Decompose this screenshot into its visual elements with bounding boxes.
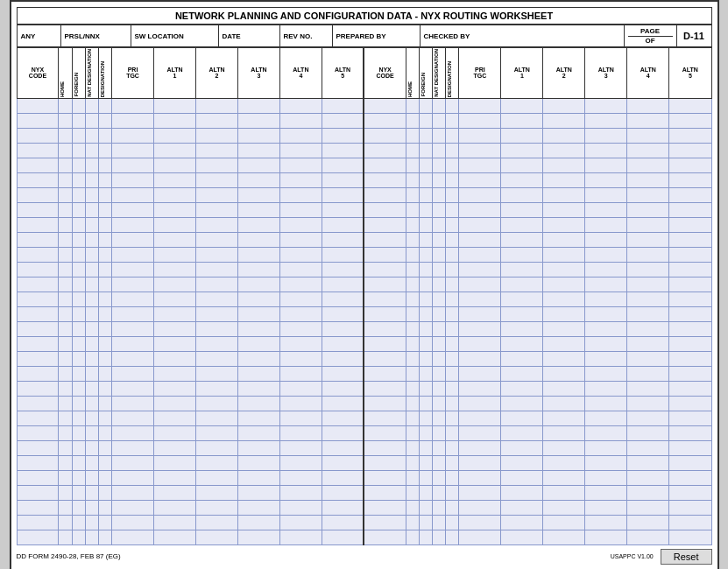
table-row	[17, 515, 711, 530]
col-pri-tgc: PRITGC	[112, 48, 154, 99]
col-nat-desig-r: NAT DESIGNATION	[433, 48, 446, 99]
col-pri-tgc-r: PRITGC	[459, 48, 501, 99]
table-row	[17, 277, 711, 292]
col-desig-r: DESIGNATION	[446, 48, 459, 99]
col-altn4: ALTN4	[279, 48, 322, 99]
date-label: DATE	[218, 25, 279, 47]
table-row	[17, 292, 711, 306]
table-row	[17, 202, 711, 217]
col-desig: DESIGNATION	[98, 48, 111, 99]
table-row	[17, 306, 711, 321]
sw-location-label: SW LOCATION	[131, 25, 218, 47]
table-row	[17, 396, 711, 411]
table-row	[17, 366, 711, 381]
table-row	[17, 470, 711, 485]
table-row	[17, 98, 711, 113]
table-row	[17, 217, 711, 232]
col-foreign: FOREIGN	[72, 48, 85, 99]
reset-button[interactable]: Reset	[661, 549, 712, 565]
table-row	[17, 262, 711, 277]
table-row	[17, 321, 711, 336]
col-nat-desig: NAT DESIGNATION	[85, 48, 98, 99]
table-row	[17, 455, 711, 470]
table-row	[17, 530, 711, 544]
table-row	[17, 351, 711, 366]
col-altn5-r: ALTN5	[669, 48, 711, 99]
main-grid: NYXCODE HOME FOREIGN NAT DESIGNATION DES…	[17, 47, 712, 545]
table-row	[17, 425, 711, 440]
col-altn5: ALTN5	[322, 48, 364, 99]
col-altn4-r: ALTN4	[627, 48, 669, 99]
col-nyx-code: NYXCODE	[17, 48, 59, 99]
col-altn1-r: ALTN1	[501, 48, 543, 99]
form-label: DD FORM 2490-28, FEB 87 (EG)	[17, 552, 121, 560]
of-label: OF	[628, 36, 673, 45]
prsl-nnx-label: PRSL/NNX	[60, 25, 131, 47]
col-home-r: HOME	[406, 48, 419, 99]
table-row	[17, 411, 711, 425]
form-page: NETWORK PLANNING AND CONFIGURATION DATA …	[10, 0, 719, 569]
col-foreign-r: FOREIGN	[419, 48, 432, 99]
table-row	[17, 128, 711, 143]
table-row	[17, 485, 711, 500]
any-label: ANY	[17, 25, 60, 47]
table-row	[17, 247, 711, 262]
col-altn3: ALTN3	[237, 48, 279, 99]
page-label: PAGE	[628, 27, 673, 35]
table-row	[17, 187, 711, 202]
col-home: HOME	[59, 48, 72, 99]
col-altn3-r: ALTN3	[585, 48, 627, 99]
form-title: NETWORK PLANNING AND CONFIGURATION DATA …	[17, 7, 712, 25]
table-row	[17, 500, 711, 515]
checked-by-label: CHECKED BY	[420, 25, 624, 47]
footer: DD FORM 2490-28, FEB 87 (EG) USAPPC V1.0…	[17, 549, 712, 565]
usappc-label: USAPPC V1.00	[611, 553, 654, 559]
page-number: D-11	[676, 25, 711, 47]
table-row	[17, 113, 711, 128]
table-row	[17, 232, 711, 247]
rev-no-label: REV NO.	[279, 25, 332, 47]
prepared-by-label: PREPARED BY	[332, 25, 420, 47]
table-row	[17, 381, 711, 396]
table-row	[17, 440, 711, 455]
page-section: PAGE OF	[624, 25, 676, 47]
table-row	[17, 143, 711, 158]
col-altn1: ALTN1	[154, 48, 196, 99]
table-row	[17, 336, 711, 351]
col-nyx-code-r: NYXCODE	[364, 48, 406, 99]
col-altn2: ALTN2	[195, 48, 237, 99]
table-row	[17, 158, 711, 172]
col-altn2-r: ALTN2	[543, 48, 585, 99]
table-row	[17, 172, 711, 187]
